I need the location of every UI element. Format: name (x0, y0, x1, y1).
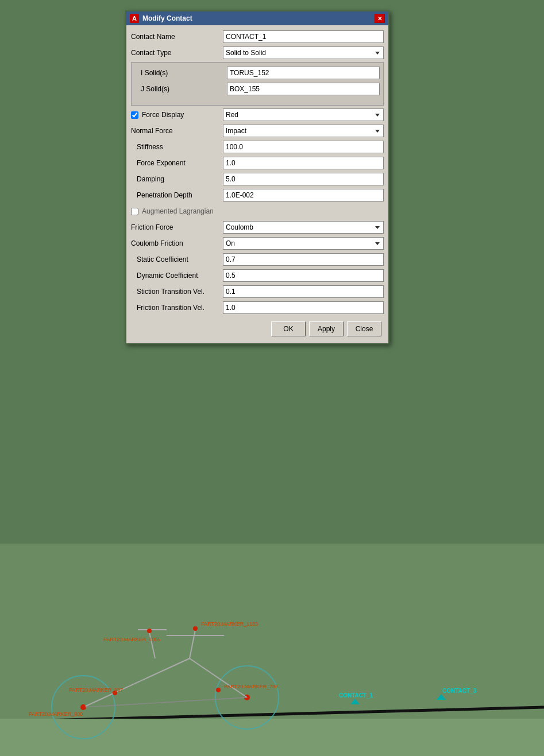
svg-text:PART20.MARKER_1105: PART20.MARKER_1105 (201, 621, 258, 627)
svg-line-9 (190, 630, 195, 658)
close-button[interactable]: ✕ (375, 14, 385, 23)
penetration-depth-row: Penetration Depth (131, 188, 384, 202)
damping-input[interactable] (223, 173, 384, 185)
svg-text:PART20.MARKER_900: PART20.MARKER_900 (29, 711, 83, 717)
buttons-row: OK Apply Close (131, 319, 384, 339)
svg-marker-24 (437, 694, 446, 700)
friction-force-label: Friction Force (131, 223, 223, 231)
svg-text:PART20.MARKER_786: PART20.MARKER_786 (224, 684, 278, 689)
svg-text:PART20.MARKER_1005: PART20.MARKER_1005 (103, 637, 160, 642)
svg-text:CONTACT_3: CONTACT_3 (442, 688, 477, 694)
static-coeff-input[interactable] (223, 253, 384, 266)
stiction-vel-row: Stiction Transition Vel. (131, 285, 384, 298)
force-exponent-label: Force Exponent (131, 159, 223, 167)
penetration-depth-input[interactable] (223, 189, 384, 201)
ok-button[interactable]: OK (271, 321, 306, 336)
dialog-titlebar: A Modify Contact ✕ (126, 11, 388, 25)
dialog-title: Modify Contact (142, 14, 192, 22)
friction-force-select[interactable]: Coulomb (223, 221, 384, 234)
contact-type-label: Contact Type (131, 49, 223, 57)
augmented-row: Augmented Lagrangian (131, 204, 384, 218)
coulomb-friction-row: Coulomb Friction On (131, 237, 384, 250)
contact-name-label: Contact Name (131, 33, 223, 41)
contact-name-input[interactable] (223, 30, 384, 43)
titlebar-left: A Modify Contact (130, 14, 192, 23)
force-display-select[interactable]: Red (223, 108, 384, 121)
svg-line-6 (83, 658, 190, 707)
scene-area: PART20.MARKER_1105 PART20.MARKER_1005 PA… (0, 544, 544, 756)
damping-row: Damping (131, 172, 384, 186)
dynamic-coeff-input[interactable] (223, 269, 384, 282)
close-dialog-button[interactable]: Close (347, 321, 381, 336)
damping-label: Damping (131, 175, 223, 183)
coulomb-friction-select[interactable]: On (223, 237, 384, 250)
force-display-row: Force Display Red (131, 108, 384, 122)
augmented-checkbox[interactable] (131, 208, 138, 215)
static-coeff-label: Static Coefficient (131, 255, 223, 263)
svg-text:CONTACT_1: CONTACT_1 (339, 692, 373, 699)
stiffness-row: Stiffness (131, 140, 384, 154)
svg-rect-1 (0, 719, 544, 756)
scene-svg: PART20.MARKER_1105 PART20.MARKER_1005 PA… (0, 544, 544, 756)
friction-vel-label: Friction Transition Vel. (131, 304, 223, 312)
svg-point-19 (81, 705, 86, 710)
modify-contact-dialog: A Modify Contact ✕ Contact Name Contact … (125, 10, 389, 344)
friction-vel-row: Friction Transition Vel. (131, 301, 384, 315)
force-display-label: Force Display (142, 111, 188, 119)
j-solids-label: J Solid(s) (135, 85, 227, 93)
svg-line-8 (83, 697, 247, 707)
svg-point-13 (193, 626, 198, 631)
i-solids-label: I Solid(s) (135, 69, 227, 77)
i-solids-row: I Solid(s) (135, 66, 380, 80)
augmented-label: Augmented Lagrangian (142, 207, 214, 215)
contact-name-row: Contact Name (131, 30, 384, 44)
normal-force-select[interactable]: Impact (223, 125, 384, 137)
force-display-checkbox[interactable] (131, 111, 138, 119)
i-solids-input[interactable] (227, 67, 380, 79)
solids-section: I Solid(s) J Solid(s) (131, 62, 384, 106)
svg-point-21 (216, 688, 221, 692)
stiffness-input[interactable] (223, 141, 384, 153)
svg-marker-23 (350, 699, 360, 704)
friction-force-row: Friction Force Coulomb (131, 220, 384, 234)
dynamic-coeff-row: Dynamic Coefficient (131, 269, 384, 282)
stiction-vel-label: Stiction Transition Vel. (131, 288, 223, 296)
apply-button[interactable]: Apply (309, 321, 344, 336)
dynamic-coeff-label: Dynamic Coefficient (131, 272, 223, 280)
coulomb-friction-label: Coulomb Friction (131, 239, 223, 247)
friction-vel-input[interactable] (223, 301, 384, 314)
normal-force-row: Normal Force Impact (131, 124, 384, 138)
j-solids-input[interactable] (227, 83, 380, 95)
contact-type-row: Contact Type Solid to Solid (131, 46, 384, 60)
stiffness-label: Stiffness (131, 143, 223, 151)
stiction-vel-input[interactable] (223, 285, 384, 298)
force-exponent-input[interactable] (223, 157, 384, 169)
static-coeff-row: Static Coefficient (131, 253, 384, 266)
force-exponent-row: Force Exponent (131, 156, 384, 170)
svg-text:PART20.MARKER_987: PART20.MARKER_987 (69, 687, 123, 693)
penetration-depth-label: Penetration Depth (131, 191, 223, 199)
normal-force-label: Normal Force (131, 127, 223, 135)
contact-type-select[interactable]: Solid to Solid (223, 46, 384, 59)
svg-point-15 (147, 629, 152, 633)
app-icon: A (130, 14, 139, 23)
j-solids-row: J Solid(s) (135, 82, 380, 96)
dialog-body: Contact Name Contact Type Solid to Solid… (126, 25, 388, 343)
